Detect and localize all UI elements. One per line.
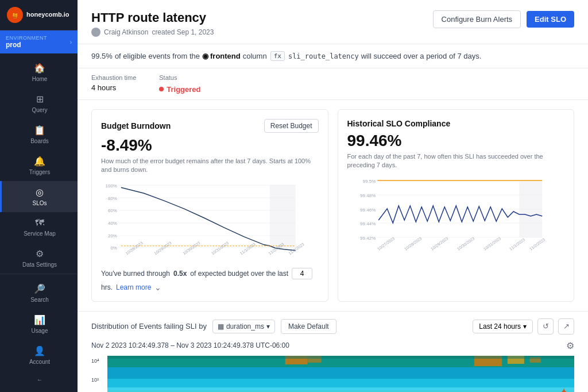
- page-header: HTTP route latency Craig Atkinson create…: [78, 0, 588, 44]
- sidebar-item-label: Search: [30, 297, 49, 303]
- slo-text3: will succeed over a period of 7 days.: [361, 52, 482, 60]
- burn-info: You've burned through 0.5x of expected b…: [101, 268, 319, 292]
- make-default-button[interactable]: Make Default: [281, 319, 336, 334]
- boards-icon: 📋: [34, 125, 45, 136]
- svg-text:99.42%: 99.42%: [360, 236, 376, 241]
- sidebar-item-account[interactable]: 👤 Account: [0, 340, 78, 371]
- nav-items: 🏠 Home ⊞ Query 📋 Boards 🔔 Triggers ◎ SLO…: [0, 53, 78, 274]
- sidebar-item-slos[interactable]: ◎ SLOs: [0, 181, 78, 212]
- column-name: duration_ms: [226, 322, 264, 330]
- burndown-desc: How much of the error budget remains aft…: [101, 157, 319, 175]
- sidebar-item-label: Data Settings: [22, 262, 57, 268]
- share-button[interactable]: ↗: [558, 318, 574, 335]
- reset-budget-button[interactable]: Reset Budget: [264, 119, 319, 133]
- sidebar-item-label: Service Map: [24, 230, 56, 237]
- column-chevron-icon: ▾: [266, 322, 270, 330]
- configure-burn-alerts-button[interactable]: Configure Burn Alerts: [433, 10, 521, 28]
- refresh-icon: ↺: [543, 322, 549, 330]
- svg-text:0%: 0%: [110, 245, 117, 251]
- distribution-toolbar: Distribution of Events failing SLI by ▦ …: [91, 318, 574, 335]
- burn-text2: of expected budget over the last: [190, 270, 288, 278]
- svg-rect-49: [107, 356, 574, 359]
- heatmap-settings-button[interactable]: ⚙: [566, 340, 574, 351]
- svg-text:40%: 40%: [108, 221, 117, 226]
- time-range-chevron-icon: ▾: [523, 322, 527, 330]
- historical-chart: 99.5% 99.48% 99.46% 99.44% 99.42%: [347, 177, 565, 258]
- learn-more-link[interactable]: Learn more: [116, 283, 151, 291]
- logo-area: 🍯 honeycomb.io: [0, 0, 78, 30]
- slo-description: 99.5% of eligible events from the ◉ fron…: [78, 44, 588, 68]
- share-icon: ↗: [563, 322, 570, 330]
- sidebar-item-home[interactable]: 🏠 Home: [0, 57, 78, 88]
- sidebar-item-service-map[interactable]: 🗺 Service Map: [0, 212, 78, 243]
- svg-text:10/31/2023: 10/31/2023: [211, 241, 230, 256]
- sidebar-item-label: Home: [32, 76, 48, 82]
- sidebar-item-search[interactable]: 🔎 Search: [0, 278, 78, 309]
- sidebar-item-query[interactable]: ⊞ Query: [0, 88, 78, 119]
- collapse-icon: ←: [37, 376, 42, 383]
- home-icon: 🏠: [34, 63, 45, 74]
- svg-text:99.46%: 99.46%: [360, 207, 376, 213]
- heatmap-svg: [107, 356, 574, 392]
- header-actions: Configure Burn Alerts Edit SLO: [433, 10, 574, 28]
- search-icon: 🔎: [34, 283, 45, 294]
- charts-section: Budget Burndown Reset Budget -8.49% How …: [78, 100, 588, 311]
- time-range-select[interactable]: Last 24 hours ▾: [473, 320, 533, 333]
- service-map-icon: 🗺: [35, 218, 44, 228]
- exhaustion-metric: Exhaustion time 4 hours: [91, 74, 136, 94]
- sidebar-item-data-settings[interactable]: ⚙ Data Settings: [0, 243, 78, 274]
- burndown-value: -8.49%: [101, 136, 319, 155]
- sidebar-item-usage[interactable]: 📊 Usage: [0, 309, 78, 340]
- sidebar-item-boards[interactable]: 📋 Boards: [0, 119, 78, 150]
- heatmap-area: ✦: [107, 356, 574, 392]
- fx-badge: fx: [270, 51, 285, 61]
- dataset-name: frontend: [210, 52, 241, 60]
- svg-text:11/1/2023: 11/1/2023: [508, 237, 525, 251]
- account-icon: 👤: [34, 345, 45, 356]
- dist-time-range: Nov 2 2023 10:24:49.378 – Nov 3 2023 10:…: [91, 340, 574, 351]
- sidebar-bottom: 🔎 Search 📊 Usage 👤 Account ←: [0, 274, 78, 392]
- burn-hours-input[interactable]: [292, 268, 312, 279]
- status-metric: Status Triggered: [159, 74, 200, 94]
- status-label: Status: [159, 74, 200, 81]
- env-label: ENVIRONMENT: [6, 35, 47, 41]
- svg-text:10/30/2023: 10/30/2023: [456, 236, 475, 251]
- chart-header-historical: Historical SLO Compliance: [347, 119, 565, 128]
- column-name: sli_route_latency: [288, 52, 359, 60]
- page-title: HTTP route latency: [91, 10, 214, 25]
- metrics-row: Exhaustion time 4 hours Status Triggered: [78, 68, 588, 100]
- time-select-area: Last 24 hours ▾ ↺ ↗: [473, 318, 574, 335]
- budget-burndown-card: Budget Burndown Reset Budget -8.49% How …: [91, 109, 328, 302]
- author-avatar: [91, 28, 100, 37]
- sidebar: 🍯 honeycomb.io ENVIRONMENT prod › 🏠 Home…: [0, 0, 78, 392]
- historical-title: Historical SLO Compliance: [347, 119, 451, 128]
- svg-rect-31: [519, 180, 542, 237]
- honeycomb-watermark: ✦: [558, 385, 570, 392]
- env-selector[interactable]: ENVIRONMENT prod ›: [0, 30, 78, 53]
- sidebar-item-label: Triggers: [29, 169, 50, 175]
- status-value: Triggered: [167, 85, 200, 94]
- edit-slo-button[interactable]: Edit SLO: [527, 11, 574, 28]
- sidebar-item-label: Usage: [32, 328, 48, 334]
- svg-text:80%: 80%: [108, 196, 117, 201]
- author-name: Craig Atkinson: [104, 28, 148, 36]
- svg-text:99.48%: 99.48%: [360, 193, 376, 198]
- slo-percent: 99.5%: [91, 52, 113, 60]
- time-range-separator: –: [171, 341, 176, 349]
- svg-text:100%: 100%: [106, 183, 117, 189]
- heatmap-wrapper: 10⁴ 10³ 10²: [91, 356, 574, 392]
- expand-button[interactable]: ⌄: [154, 283, 161, 292]
- sidebar-item-triggers[interactable]: 🔔 Triggers: [0, 150, 78, 181]
- burn-text1: You've burned through: [101, 270, 170, 278]
- column-icon: ▦: [218, 322, 224, 330]
- dataset-badge: ◉ frontend: [202, 52, 241, 60]
- chart-header-burndown: Budget Burndown Reset Budget: [101, 119, 319, 133]
- burn-multiplier: 0.5x: [173, 270, 187, 278]
- status-dot: [159, 87, 164, 91]
- logo-icon: 🍯: [7, 7, 23, 23]
- column-select[interactable]: ▦ duration_ms ▾: [212, 320, 275, 333]
- sidebar-collapse-button[interactable]: ←: [0, 371, 78, 389]
- svg-text:10/29/2023: 10/29/2023: [430, 236, 448, 251]
- refresh-button[interactable]: ↺: [537, 318, 554, 335]
- slos-icon: ◎: [36, 187, 44, 198]
